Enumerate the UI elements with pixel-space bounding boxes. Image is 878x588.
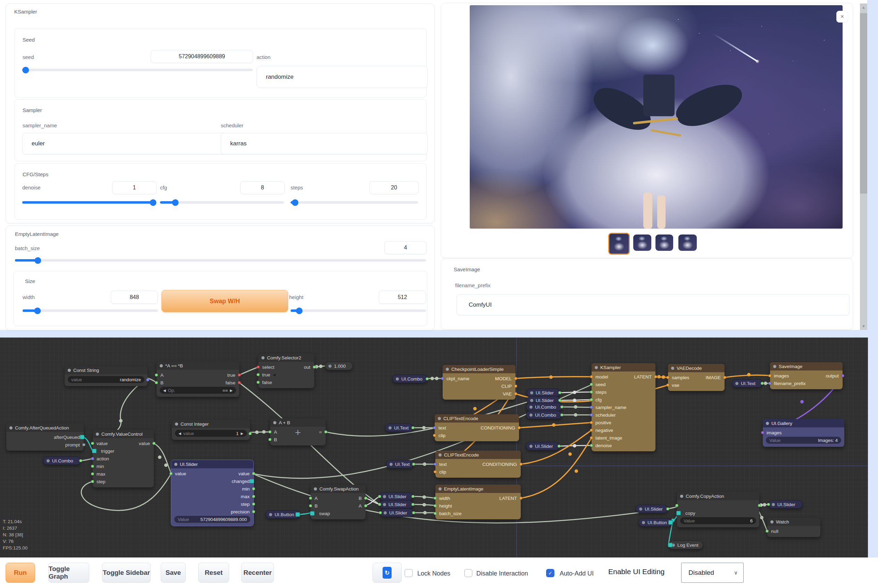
cfg-slider[interactable] — [160, 201, 284, 204]
node-ui-combo-scheduler[interactable]: UI.Combo — [526, 411, 562, 419]
node-title: CLIPTextEncode — [444, 416, 478, 421]
node-title: SaveImage — [779, 364, 802, 369]
height-slider[interactable] — [290, 309, 426, 312]
pill-label: UI.Text — [395, 462, 410, 467]
cfg-input[interactable]: 8 — [240, 181, 285, 194]
seed-label: seed — [23, 54, 34, 60]
sampler-section: Sampler sampler_name scheduler euler kar… — [14, 99, 427, 161]
batch-size-slider[interactable] — [15, 259, 426, 262]
seed-slider[interactable] — [22, 69, 253, 71]
refresh-button[interactable]: ↻ — [373, 562, 402, 583]
lock-nodes-checkbox[interactable] — [404, 569, 413, 577]
node-value-1000[interactable]: 1.000 — [325, 362, 353, 370]
scrollbar-thumb[interactable] — [860, 13, 867, 194]
steps-slider[interactable] — [290, 201, 418, 204]
node-ui-text-filename[interactable]: UI.Text — [732, 379, 762, 387]
node-icon — [96, 433, 99, 436]
node-log-event[interactable]: Log Event — [668, 541, 703, 549]
empty-latent-panel: EmptyLatentImage batch_size 4 Size width… — [6, 225, 434, 330]
node-ui-combo-sampler[interactable]: UI.Combo — [526, 403, 562, 411]
seed-section: Seed seed 572904899609889 action randomi… — [14, 28, 427, 98]
batch-size-input[interactable]: 4 — [384, 241, 427, 254]
gallery-thumbnail-4[interactable] — [678, 234, 697, 251]
denoise-input[interactable]: 1 — [112, 181, 156, 194]
pill-label: UI.Combo — [52, 458, 73, 464]
pill-label: UI.Slider — [777, 502, 795, 507]
close-icon[interactable]: × — [836, 11, 848, 22]
node-selector2[interactable]: Comfy.Selector2selectouttrue◀false — [258, 354, 314, 388]
steps-input[interactable]: 20 — [369, 181, 419, 194]
node-clip-encode-positive[interactable]: CLIPTextEncodetextCONDITIONINGclip — [434, 414, 519, 441]
sampler-name-input[interactable]: euler — [22, 133, 227, 154]
node-ui-slider-copy-out[interactable]: UI.Slider — [768, 500, 803, 508]
node-compare-a-b[interactable]: *A == *BAtrueBfalse◀Op.==▶ — [156, 362, 239, 397]
node-ui-button-copy[interactable]: UI.Button — [639, 518, 672, 526]
node-ui-slider-copy-in[interactable]: UI.Slider — [636, 505, 668, 513]
save-image-title: SaveImage — [454, 266, 480, 272]
recenter-button[interactable]: Recenter — [241, 562, 274, 583]
node-ui-slider-batch[interactable]: UI.Slider — [380, 508, 414, 517]
node-clip-encode-negative[interactable]: CLIPTextEncodetextCONDITIONINGclip — [435, 451, 521, 478]
scheduler-input[interactable]: karras — [221, 133, 428, 154]
node-ui-text-positive[interactable]: UI.Text — [385, 424, 413, 432]
gallery-thumbnail-1-selected[interactable] — [608, 233, 630, 255]
denoise-slider[interactable] — [22, 201, 156, 204]
height-input[interactable]: 512 — [379, 291, 426, 304]
node-ksampler-node[interactable]: KSamplermodelLATENTseedstepscfgsampler_n… — [592, 363, 655, 452]
pill-label: UI.Combo — [535, 412, 556, 418]
node-after-queued-action[interactable]: Comfy.AfterQueuedActionafterQueuedprompt — [6, 424, 84, 451]
vertical-scrollbar[interactable]: ▲ ▼ — [860, 3, 867, 330]
node-swap-action[interactable]: Comfy.SwapActionABBAswap — [311, 484, 365, 519]
width-input[interactable]: 848 — [111, 291, 158, 304]
node-copy-action[interactable]: Comfy.CopyActioncopyValue6 — [677, 492, 759, 527]
node-checkpoint-loader[interactable]: CheckpointLoaderSimpleckpt_nameMODELCLIP… — [443, 365, 516, 400]
node-title: Const Integer — [180, 422, 209, 427]
ui-editing-dropdown[interactable]: Disabled ∨ — [681, 562, 744, 583]
scroll-down-icon[interactable]: ▼ — [860, 322, 867, 330]
node-ui-slider-steps[interactable]: UI.Slider — [527, 388, 560, 397]
node-ui-combo-ckpt[interactable]: UI.Combo — [392, 375, 427, 383]
gallery-thumbnail-3[interactable] — [655, 234, 673, 251]
filename-prefix-input[interactable]: ComfyUI — [457, 294, 849, 315]
node-icon — [160, 364, 163, 368]
node-add-a-b[interactable]: A + BA=B+ — [270, 418, 326, 446]
pill-label: UI.Slider — [389, 510, 407, 516]
scroll-up-icon[interactable]: ▲ — [860, 3, 867, 11]
node-graph-canvas[interactable]: Const Stringvaluerandomize*A == *BAtrueB… — [0, 338, 868, 558]
node-value-control[interactable]: Comfy.ValueControlvaluevaluetriggeractio… — [93, 430, 154, 488]
toggle-sidebar-button[interactable]: Toggle Sidebar — [102, 562, 151, 583]
node-save-image-node[interactable]: SaveImageimagesoutputfilename_prefix — [770, 362, 843, 389]
cfg-steps-title: CFG/Steps — [23, 171, 48, 177]
node-const-string[interactable]: Const Stringvaluerandomize — [65, 366, 147, 386]
node-const-integer[interactable]: Const Integer◀value1▶ — [172, 420, 250, 440]
disable-interaction-checkbox[interactable] — [464, 569, 472, 577]
node-ui-slider-width[interactable]: UI.Slider — [379, 492, 413, 501]
randomize-button[interactable]: randomize — [257, 66, 428, 88]
save-button[interactable]: Save — [161, 562, 186, 583]
seed-section-title: Seed — [23, 37, 35, 43]
node-ui-gallery[interactable]: UI.GalleryimagesValueImages: 4 — [763, 419, 844, 447]
width-slider[interactable] — [23, 309, 158, 312]
node-ui-slider-denoise[interactable]: UI.Slider — [526, 442, 559, 450]
reset-button[interactable]: Reset — [198, 562, 229, 583]
toggle-graph-button[interactable]: Toggle Graph — [48, 562, 89, 583]
scheduler-label: scheduler — [221, 123, 244, 128]
enable-ui-editing-label: Enable UI Editing — [608, 567, 665, 576]
pill-label: UI.Text — [741, 381, 755, 386]
node-vae-decode[interactable]: VAEDecodesamplesIMAGEvae — [668, 364, 725, 391]
seed-input[interactable]: 572904899609889 — [151, 50, 253, 63]
node-ui-slider-seed[interactable]: UI.Slidervaluevaluechangedminmaxstepprec… — [171, 460, 253, 526]
node-ui-combo-action[interactable]: UI.Combo — [43, 456, 81, 465]
auto-add-ui-checkbox[interactable]: ✓ — [546, 569, 555, 577]
node-ui-text-negative[interactable]: UI.Text — [386, 460, 414, 468]
node-watch[interactable]: Watchnull — [767, 518, 820, 537]
plus-icon: + — [295, 427, 301, 438]
node-empty-latent[interactable]: EmptyLatentImagewidthLATENTheightbatch_s… — [435, 484, 521, 519]
run-button[interactable]: Run — [6, 562, 35, 583]
swap-wh-button[interactable]: Swap W/H — [161, 290, 288, 312]
ui-editing-dropdown-value: Disabled — [689, 569, 714, 576]
node-ui-slider-height[interactable]: UI.Slider — [379, 500, 413, 508]
gallery-thumbnail-2[interactable] — [633, 234, 651, 251]
node-ui-button-swap[interactable]: UI.Button — [266, 510, 300, 519]
node-icon — [439, 488, 442, 490]
